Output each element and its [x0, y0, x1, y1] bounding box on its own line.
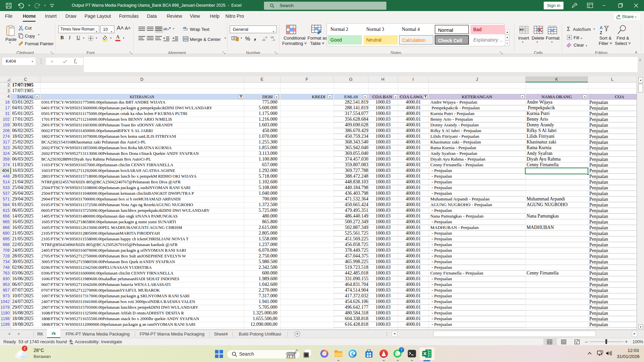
svg-text:A: A [600, 25, 603, 30]
svg-text:.00: .00 [262, 39, 266, 41]
svg-text:ab: ab [163, 27, 167, 31]
svg-text:→0: →0 [271, 39, 275, 41]
svg-text:Z: Z [600, 31, 602, 35]
